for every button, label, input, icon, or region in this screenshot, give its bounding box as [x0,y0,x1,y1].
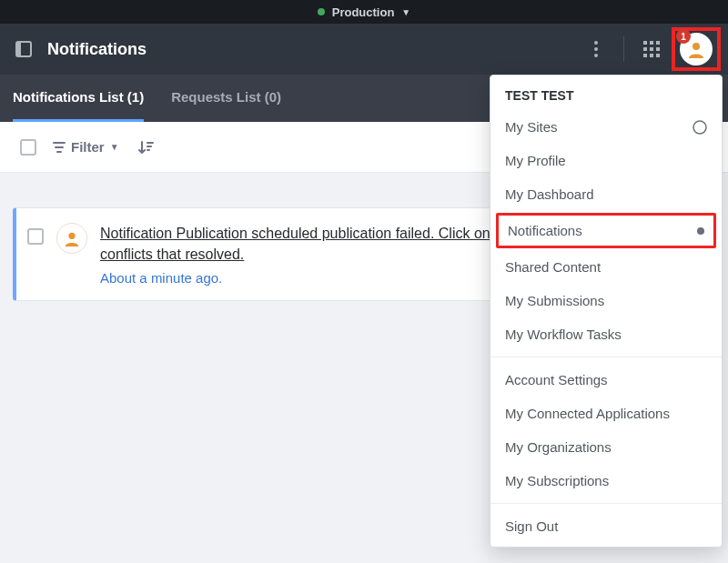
menu-item-label: Notifications [508,223,582,238]
menu-my-subscriptions[interactable]: My Subscriptions [490,464,722,498]
user-avatar-button[interactable]: 1 [680,33,713,65]
user-menu: TEST TEST My Sites My Profile My Dashboa… [490,75,723,548]
menu-my-profile[interactable]: My Profile [490,144,722,177]
menu-account-settings[interactable]: Account Settings [490,363,722,397]
menu-connected-applications[interactable]: My Connected Applications [490,397,722,430]
apps-grid-button[interactable] [641,38,662,60]
environment-label: Production [332,5,395,19]
tab-label: Notifications List (1) [13,89,144,105]
sort-button[interactable] [136,137,156,157]
svg-rect-1 [16,42,21,56]
item-avatar [56,223,87,254]
svg-point-3 [594,47,598,51]
tab-label: Requests List (0) [171,89,281,105]
menu-my-sites[interactable]: My Sites [490,110,722,144]
panel-icon [15,41,32,57]
menu-my-dashboard[interactable]: My Dashboard [490,177,722,211]
menu-item-label: My Connected Applications [505,406,670,421]
select-all-checkbox[interactable] [20,139,36,156]
menu-my-workflow-tasks[interactable]: My Workflow Tasks [490,317,722,351]
menu-separator [490,357,722,357]
filter-label: Filter [71,139,105,155]
kebab-icon [594,41,598,57]
menu-item-label: My Subscriptions [505,473,609,488]
menu-sign-out[interactable]: Sign Out [490,509,722,543]
svg-point-2 [594,41,598,45]
menu-my-organizations[interactable]: My Organizations [490,430,722,464]
menu-item-label: My Submissions [505,293,604,308]
menu-item-label: My Sites [505,119,558,135]
environment-bar[interactable]: Production ▼ [0,0,728,24]
page-header: Notifications 1 [0,24,728,75]
menu-separator [490,503,722,504]
user-menu-username: TEST TEST [490,75,722,110]
apps-grid-icon [643,41,660,57]
svg-rect-6 [650,41,653,45]
svg-rect-11 [643,54,647,57]
svg-point-4 [594,54,598,57]
menu-item-label: My Dashboard [505,186,594,202]
menu-item-label: Shared Content [505,259,601,275]
panel-toggle-button[interactable] [13,38,35,60]
menu-item-label: My Profile [505,153,566,168]
menu-shared-content[interactable]: Shared Content [490,250,722,284]
menu-item-label: My Organizations [505,439,612,455]
svg-rect-8 [643,47,647,51]
svg-point-16 [693,121,706,134]
svg-rect-12 [650,54,653,57]
unread-dot-icon [697,227,704,235]
compass-icon [693,120,707,135]
status-dot-icon [318,8,325,15]
tab-requests-list[interactable]: Requests List (0) [171,75,281,122]
chevron-down-icon: ▼ [110,142,119,152]
kebab-menu-button[interactable] [585,38,607,60]
chevron-down-icon: ▼ [401,7,410,17]
separator [623,36,624,62]
svg-rect-9 [650,47,653,51]
filter-button[interactable]: Filter ▼ [53,139,119,155]
notification-badge: 1 [676,29,691,44]
filter-icon [53,141,66,154]
page-title: Notifications [47,40,147,59]
svg-point-15 [68,233,75,239]
item-checkbox[interactable] [27,228,44,245]
menu-notifications[interactable]: Notifications [496,213,716,248]
menu-item-label: Sign Out [505,518,558,534]
svg-point-14 [693,43,700,50]
tab-notifications-list[interactable]: Notifications List (1) [13,75,144,122]
svg-rect-10 [656,47,660,51]
menu-item-label: Account Settings [505,372,608,387]
svg-rect-5 [643,41,647,45]
user-icon [64,230,80,246]
svg-rect-13 [656,54,660,57]
menu-item-label: My Workflow Tasks [505,327,622,342]
user-icon [687,40,705,58]
svg-rect-7 [656,41,660,45]
menu-my-submissions[interactable]: My Submissions [490,284,722,317]
avatar-highlight: 1 [672,27,721,71]
sort-icon [137,139,154,156]
